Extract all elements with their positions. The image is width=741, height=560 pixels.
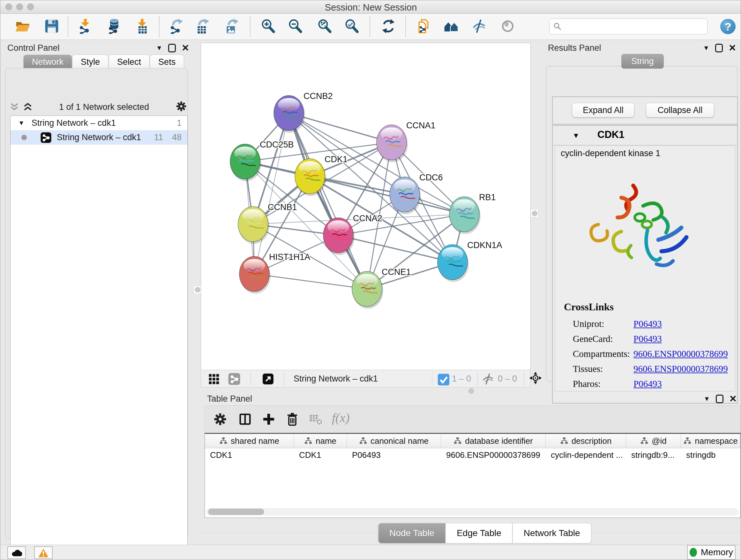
- scrollbar-thumb[interactable]: [208, 509, 264, 515]
- search-box[interactable]: [549, 18, 708, 35]
- table-panel-close-icon[interactable]: ✕: [729, 395, 737, 403]
- zoom-out-button[interactable]: [287, 17, 304, 36]
- open-file-button[interactable]: [14, 17, 31, 36]
- table-cell[interactable]: CDK1: [294, 448, 347, 462]
- export-image-button[interactable]: [223, 17, 240, 36]
- memory-button[interactable]: Memory: [687, 545, 736, 560]
- table-cell[interactable]: stringdb: [681, 448, 740, 462]
- table-settings-gear-icon[interactable]: [213, 412, 227, 426]
- collection-expander-icon[interactable]: ▼: [18, 119, 24, 127]
- tab-style[interactable]: Style: [72, 55, 109, 69]
- warnings-button[interactable]: [34, 546, 53, 559]
- edge-CCNB2-CCNE1[interactable]: [289, 113, 367, 289]
- column-header-sharedname[interactable]: shared name: [205, 434, 294, 448]
- houses-button[interactable]: [443, 17, 459, 36]
- export-table-to-file-button[interactable]: [194, 17, 211, 36]
- node-CDK1[interactable]: CDK1: [295, 154, 347, 196]
- table-cell[interactable]: cyclin-dependent ...: [546, 448, 626, 462]
- control-panel-close-icon[interactable]: ✕: [182, 44, 189, 52]
- table-cell[interactable]: P06493: [347, 448, 441, 462]
- column-header-namespace[interactable]: namespace: [681, 434, 740, 448]
- collapse-all-button[interactable]: Collapse All: [646, 103, 714, 118]
- detach-view-icon[interactable]: [262, 373, 274, 385]
- save-session-button[interactable]: [44, 17, 60, 36]
- table-cell[interactable]: CDK1: [205, 448, 294, 462]
- tab-sets[interactable]: Sets: [150, 55, 184, 69]
- grid-view-icon[interactable]: [207, 373, 220, 385]
- expand-all-icon[interactable]: [23, 102, 32, 112]
- selected-checkbox-icon[interactable]: [437, 373, 448, 384]
- tab-string[interactable]: String: [621, 54, 664, 69]
- refresh-network-view-button[interactable]: [380, 17, 397, 36]
- network-graph[interactable]: CCNB2CCNA1CDC25BCDK1CDC6RB1CCNB1CCNA2CDK…: [201, 43, 530, 370]
- column-header-id[interactable]: @id: [626, 434, 681, 448]
- crosslink-link[interactable]: 9606.ENSP00000378699: [633, 364, 728, 374]
- edge-CCNB2-HIST1H1A[interactable]: [254, 113, 289, 274]
- network-collection-row[interactable]: ▼ String Network – cdk1 1: [10, 116, 187, 130]
- show-graphics-details-button[interactable]: [499, 17, 516, 36]
- network-view-canvas[interactable]: CCNB2CCNA1CDC25BCDK1CDC6RB1CCNB1CCNA2CDK…: [201, 43, 531, 370]
- results-panel-close-icon[interactable]: ✕: [729, 44, 736, 52]
- node-CCNE1[interactable]: CCNE1: [352, 267, 411, 309]
- add-column-icon[interactable]: [262, 412, 276, 426]
- clone-network-button[interactable]: [415, 17, 432, 36]
- edge-CCNA2-CDKN1A[interactable]: [338, 235, 453, 262]
- zoom-selected-region-button[interactable]: [344, 17, 360, 36]
- crosslink-row: GeneCard: P06493: [573, 331, 732, 347]
- table-cell[interactable]: stringdb:9...: [626, 448, 681, 462]
- export-network-to-file-button[interactable]: [168, 17, 185, 36]
- node-CDC6[interactable]: CDC6: [390, 173, 443, 214]
- table-panel-menu-icon[interactable]: ▼: [704, 395, 710, 402]
- crosslink-link[interactable]: P06493: [633, 379, 662, 389]
- cloud-status-button[interactable]: [7, 546, 26, 559]
- control-panel-menu-icon[interactable]: ▼: [156, 44, 162, 52]
- node-RB1[interactable]: RB1: [449, 192, 496, 234]
- tab-network[interactable]: Network: [23, 55, 72, 69]
- import-network-from-database-icon: [106, 18, 121, 34]
- right-splitter-handle[interactable]: [531, 209, 538, 217]
- tab-node-table[interactable]: Node Table: [378, 523, 446, 543]
- node-CCNA1[interactable]: CCNA1: [377, 121, 435, 162]
- column-header-name[interactable]: name: [294, 434, 347, 448]
- edge-HIST1H1A-CCNE1[interactable]: [254, 274, 367, 289]
- left-splitter-handle[interactable]: [194, 286, 201, 294]
- horizontal-scrollbar[interactable]: [206, 508, 738, 516]
- tab-network-table[interactable]: Network Table: [513, 523, 591, 543]
- search-input[interactable]: [564, 21, 703, 32]
- delete-column-icon[interactable]: [285, 412, 299, 426]
- expand-all-button[interactable]: Expand All: [572, 103, 634, 118]
- table-row[interactable]: CDK1CDK1P064939606.ENSP00000378699cyclin…: [205, 448, 740, 462]
- results-panel-float-icon[interactable]: [715, 44, 723, 52]
- show-columns-icon[interactable]: [238, 412, 252, 426]
- help-button[interactable]: ?: [720, 19, 736, 34]
- node-HIST1H1A[interactable]: HIST1H1A: [239, 252, 310, 294]
- node-CDKN1A[interactable]: CDKN1A: [437, 240, 502, 282]
- crosslink-link[interactable]: P06493: [633, 319, 662, 329]
- zoom-fit-content-button[interactable]: [317, 17, 333, 36]
- column-header-description[interactable]: description: [546, 434, 626, 448]
- gene-header[interactable]: ▼ CDK1: [553, 126, 737, 145]
- tab-edge-table[interactable]: Edge Table: [446, 523, 513, 543]
- navigate-crosshair-icon[interactable]: [529, 372, 544, 386]
- import-network-from-file-button[interactable]: [77, 17, 93, 36]
- share-network-icon[interactable]: [228, 373, 241, 385]
- hide-graphics-details-button[interactable]: [471, 17, 488, 36]
- import-table-from-file-button[interactable]: [134, 17, 150, 36]
- table-cell[interactable]: 9606.ENSP00000378699: [441, 448, 546, 462]
- tab-select[interactable]: Select: [109, 55, 150, 69]
- network-options-gear-icon[interactable]: [176, 101, 187, 113]
- network-row-selected[interactable]: String Network – cdk1 11 48: [10, 130, 187, 145]
- column-header-canonicalname[interactable]: canonical name: [347, 434, 441, 448]
- collapse-all-icon[interactable]: [10, 102, 19, 112]
- crosslink-link[interactable]: 9606.ENSP00000378699: [633, 349, 728, 359]
- results-panel-menu-icon[interactable]: ▼: [703, 44, 710, 52]
- gene-expander-icon[interactable]: ▼: [572, 132, 580, 140]
- table-panel-float-icon[interactable]: [716, 395, 724, 403]
- zoom-in-button[interactable]: [260, 17, 277, 36]
- import-network-from-database-button[interactable]: [105, 17, 122, 36]
- control-panel-float-icon[interactable]: [168, 44, 176, 52]
- node-CCNB1[interactable]: CCNB1: [238, 202, 297, 244]
- column-header-databaseidentifier[interactable]: database identifier: [441, 434, 546, 448]
- crosslink-link[interactable]: P06493: [633, 334, 662, 344]
- hidden-eye-slash-icon[interactable]: [482, 373, 495, 385]
